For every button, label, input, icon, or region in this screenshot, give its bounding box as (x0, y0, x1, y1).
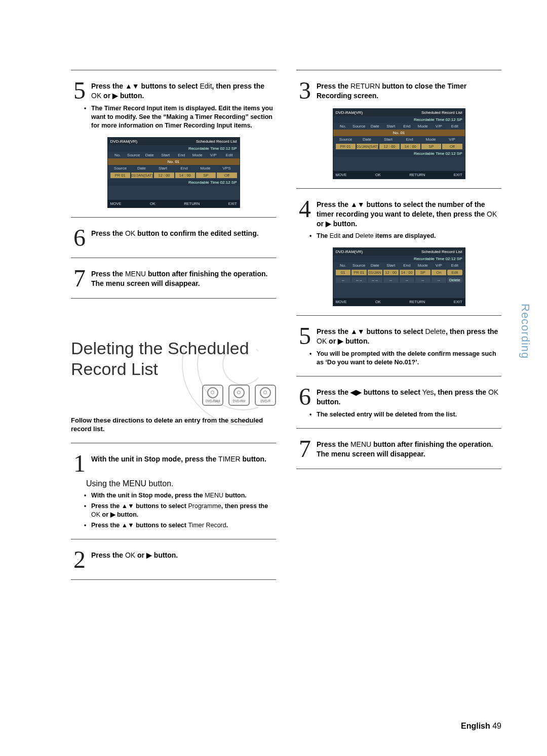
osd-cell: 01/JAN(SAT) (131, 173, 153, 178)
right-step-7: 7 Press the MENU button after finishing … (296, 438, 501, 459)
osd-col: V/P (432, 263, 447, 268)
osd-col: Date (368, 263, 383, 268)
text: button to confirm the edited setting. (135, 229, 258, 237)
text-menu: MENU (125, 270, 146, 278)
osd-cell: SP (415, 270, 431, 275)
osd-col: Source (336, 137, 356, 142)
left-step-2: 2 Press the OK or ▶ button. (71, 549, 276, 570)
osd-col: End (400, 263, 415, 268)
osd-highlight: No. 01 (333, 130, 465, 136)
osd-col: Start (153, 166, 173, 171)
text: , then press the (212, 82, 264, 90)
osd-col: Mode (421, 137, 441, 142)
left-step-6: 6 Press the OK button to confirm the edi… (71, 227, 276, 248)
step-number: 2 (71, 549, 88, 570)
osd-device: DVD-RAM(VR) (336, 110, 363, 115)
osd-device: DVD-RAM(VR) (336, 249, 363, 254)
text: button. (317, 398, 340, 406)
osd-cell: 12 : 00 (379, 144, 399, 149)
osd-col: Start (383, 124, 399, 129)
osd-col: V/P (432, 124, 447, 129)
section-title: Deleting the Scheduled Record List (71, 338, 276, 380)
osd-col: Start (378, 137, 399, 142)
text-ok: OK (91, 92, 101, 100)
osd-foot-return: RETURN (184, 201, 200, 206)
osd-screenshot-1: DVD-RAM(VR)Scheduled Record List Recorda… (107, 137, 240, 208)
text-delete: Delete (425, 327, 445, 335)
right-step-4: 4 Press the ▲▼ buttons to select the num… (296, 198, 501, 229)
t: MENU (205, 492, 223, 499)
page-footer: English 49 (461, 722, 501, 731)
osd-cell: -- (400, 277, 415, 283)
osd-cell: Off (442, 144, 462, 149)
osd-col: Mode (190, 153, 205, 157)
t: With the unit in Stop mode, press the (91, 492, 205, 499)
text-edit: Edit (200, 82, 212, 90)
disc-icon-dvd-ram: DVD-RAM (202, 385, 223, 406)
step-number: 1 (71, 452, 88, 474)
osd-cell: PR 01 (336, 144, 356, 149)
osd-col: Source (126, 153, 141, 157)
step-number: 3 (296, 79, 314, 101)
osd-rectime2: Recordable Time 02:12 SP (108, 179, 240, 186)
osd-foot: RETURN (409, 173, 425, 177)
text-yes: Yes (422, 388, 434, 396)
text: , then press the (434, 388, 488, 396)
t: Edit (330, 232, 341, 239)
osd-screenshot-3: DVD-RAM(VR)Scheduled Record List Recorda… (333, 247, 465, 306)
text: or ▶ button. (327, 337, 369, 345)
page-language: English (461, 722, 490, 730)
text-ok: OK (488, 388, 498, 396)
osd-col: Edit (222, 153, 237, 157)
step-number: 7 (71, 267, 88, 289)
text: Press the ▲▼ buttons to select (317, 327, 425, 335)
text: Press the ▲▼ buttons to select the numbe… (317, 200, 487, 218)
disc-label: DVD-RAM (206, 399, 220, 403)
osd-col: Source (110, 166, 131, 171)
osd-highlight: No. 01 (108, 158, 240, 165)
t: Delete (355, 232, 373, 239)
osd-foot: EXIT (454, 300, 462, 304)
text: Press the ▲▼ buttons to select (91, 82, 200, 90)
osd-device: DVD-RAM(VR) (110, 139, 138, 144)
t: button. (223, 492, 247, 499)
disc-label: DVD-RW (233, 399, 246, 403)
right-step-3: 3 Press the RETURN button to close the T… (296, 79, 501, 101)
t: . (226, 522, 228, 529)
osd-col: Date (357, 137, 377, 142)
osd-foot: OK (375, 173, 381, 177)
osd-cell: -- (415, 277, 431, 283)
osd-cell: 01/JAN (368, 270, 383, 275)
osd-cell: 12 : 00 (383, 270, 399, 275)
osd-col: Date (132, 166, 152, 171)
text: Press the (91, 229, 125, 237)
osd-rectime: Recordable Time 02:12 SP (108, 145, 240, 152)
osd-col: End (400, 124, 415, 129)
t: Press the ▲▼ buttons to select (91, 502, 188, 510)
text: or ▶ button. (317, 220, 357, 228)
disc-icon-dvd-r: DVD-R (255, 385, 276, 406)
text-return: RETURN (350, 82, 380, 90)
osd-cell: PR 01 (351, 270, 367, 275)
bullet: Press the ▲▼ buttons to select Timer Rec… (86, 521, 276, 530)
osd-col: Edit (447, 263, 462, 268)
osd-cell: 14 : 00 (401, 144, 420, 149)
osd-cell: 01 (336, 270, 351, 275)
osd-cell: Off (217, 173, 237, 178)
osd-cell: 01/JAN(SAT) (357, 144, 379, 149)
page-number: 49 (492, 722, 501, 730)
left-step-5: 5 Press the ▲▼ buttons to select Edit, t… (71, 79, 276, 101)
osd-col: No. (336, 263, 351, 268)
text-ok: OK (317, 337, 327, 345)
bullet: The selected entry will be deleted from … (311, 410, 501, 419)
osd-cell: 14 : 00 (400, 270, 415, 275)
text-timer: TIMER (218, 455, 241, 463)
disc-type-icons: DVD-RAM DVD-RW DVD-R (71, 385, 276, 406)
disc-label: DVD-R (260, 399, 270, 403)
osd-screenshot-2: DVD-RAM(VR)Scheduled Record List Recorda… (333, 108, 465, 179)
osd-title: Scheduled Record List (421, 110, 462, 115)
t: items are displayed. (374, 232, 436, 239)
t: Timer Record (188, 522, 226, 529)
text-menu: MENU (350, 440, 371, 448)
osd-col: End (174, 153, 189, 157)
